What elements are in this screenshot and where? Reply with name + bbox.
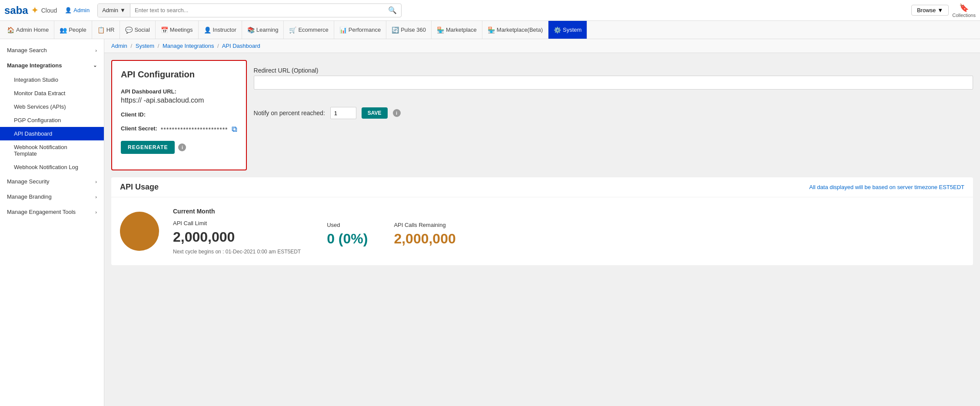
nav-social-label: Social xyxy=(134,27,149,33)
sidebar-item-manage-security[interactable]: Manage Security › xyxy=(0,174,104,189)
main-layout: Manage Search › Manage Integrations ⌄ In… xyxy=(0,39,980,406)
sidebar-item-webhook-log[interactable]: Webhook Notification Log xyxy=(0,160,104,174)
search-button[interactable]: 🔍 xyxy=(384,6,401,14)
manage-search-label: Manage Search xyxy=(7,47,47,53)
search-input[interactable] xyxy=(130,7,384,13)
regenerate-info-icon[interactable]: i xyxy=(178,143,186,151)
nav-admin-home[interactable]: 🏠 Admin Home xyxy=(2,21,54,39)
browse-chevron-icon: ▼ xyxy=(937,7,943,13)
stat-group-used: Used 0 (0%) xyxy=(327,208,368,255)
nav-people-label: People xyxy=(69,27,86,33)
api-call-limit-value: 2,000,000 xyxy=(173,229,301,245)
nav-system-label: System xyxy=(563,27,581,33)
regenerate-row: REGENERATE i xyxy=(121,141,237,154)
notify-percent-input[interactable] xyxy=(330,107,356,119)
manage-integrations-label: Manage Integrations xyxy=(7,62,62,69)
client-secret-row: Client Secret: ************************ … xyxy=(121,125,237,134)
nav-instructor[interactable]: 👤 Instructor xyxy=(199,21,242,39)
nav-marketplace-beta-label: Marketplace(Beta) xyxy=(497,27,543,33)
stat-group-remaining: API Calls Remaining 2,000,000 xyxy=(394,208,455,255)
breadcrumb: Admin / System / Manage Integrations / A… xyxy=(104,39,980,53)
client-id-label: Client ID: xyxy=(121,111,237,118)
used-value: 0 (0%) xyxy=(327,231,368,247)
chevron-right-icon: › xyxy=(95,48,97,53)
sidebar-item-monitor-data-extract[interactable]: Monitor Data Extract xyxy=(0,87,104,100)
search-bar: Admin ▼ 🔍 xyxy=(97,3,402,17)
admin-home-icon: 🏠 xyxy=(7,27,14,33)
sidebar-item-webhook-template[interactable]: Webhook Notification Template xyxy=(0,140,104,160)
nav-marketplace[interactable]: 🏪 Marketplace xyxy=(432,21,482,39)
webhook-notification-log-label: Webhook Notification Log xyxy=(14,164,78,170)
nav-meetings[interactable]: 📅 Meetings xyxy=(156,21,199,39)
sidebar-item-manage-search[interactable]: Manage Search › xyxy=(0,43,104,58)
nav-people[interactable]: 👥 People xyxy=(54,21,92,39)
save-info-icon[interactable]: i xyxy=(393,109,401,117)
social-icon: 💬 xyxy=(125,27,133,33)
next-cycle-label: Next cycle begins on : 01-Dec-2021 0:00 … xyxy=(173,249,301,255)
meetings-icon: 📅 xyxy=(161,27,168,33)
sidebar-item-web-services[interactable]: Web Services (APIs) xyxy=(0,100,104,113)
chevron-right-engagement-icon: › xyxy=(95,210,97,215)
nav-system[interactable]: ⚙️ System xyxy=(548,21,587,39)
sidebar-item-manage-integrations[interactable]: Manage Integrations ⌄ xyxy=(0,58,104,73)
nav-performance-label: Performance xyxy=(349,27,381,33)
nav-ecommerce-label: Ecommerce xyxy=(298,27,328,33)
sidebar: Manage Search › Manage Integrations ⌄ In… xyxy=(0,39,104,406)
redirect-url-input[interactable] xyxy=(254,76,973,90)
collections-label: Collections xyxy=(952,13,976,18)
save-button[interactable]: SAVE xyxy=(362,107,388,119)
api-usage-section: API Usage All data displayed will be bas… xyxy=(111,177,973,265)
nav-marketplace-beta[interactable]: 🏪 Marketplace(Beta) xyxy=(482,21,548,39)
nav-meetings-label: Meetings xyxy=(170,27,193,33)
nav-pulse360[interactable]: 🔄 Pulse 360 xyxy=(386,21,432,39)
nav-performance[interactable]: 📊 Performance xyxy=(334,21,386,39)
sidebar-item-manage-engagement[interactable]: Manage Engagement Tools › xyxy=(0,204,104,220)
search-dropdown[interactable]: Admin ▼ xyxy=(98,4,130,17)
sidebar-item-integration-studio[interactable]: Integration Studio xyxy=(0,73,104,87)
right-panel: Redirect URL (Optional) Notify on percen… xyxy=(254,60,973,119)
sidebar-item-api-dashboard[interactable]: API Dashboard xyxy=(0,127,104,140)
monitor-data-extract-label: Monitor Data Extract xyxy=(14,90,66,97)
breadcrumb-sep1: / xyxy=(130,43,132,49)
sidebar-item-pgp-config[interactable]: PGP Configuration xyxy=(0,113,104,127)
manage-security-label: Manage Security xyxy=(7,178,50,185)
nav-ecommerce[interactable]: 🛒 Ecommerce xyxy=(284,21,334,39)
api-url-value: https:// -api.sabacloud.com xyxy=(121,97,237,104)
remaining-value: 2,000,000 xyxy=(394,231,455,247)
admin-badge[interactable]: 👤 Admin xyxy=(65,7,90,13)
api-dashboard-label: API Dashboard xyxy=(14,130,52,137)
browse-button[interactable]: Browse ▼ xyxy=(911,5,949,16)
breadcrumb-sep3: / xyxy=(217,43,219,49)
sidebar-item-manage-branding[interactable]: Manage Branding › xyxy=(0,189,104,204)
breadcrumb-current: API Dashboard xyxy=(222,43,260,49)
nav-learning[interactable]: 📚 Learning xyxy=(242,21,284,39)
regenerate-button[interactable]: REGENERATE xyxy=(121,141,175,154)
performance-icon: 📊 xyxy=(339,27,347,33)
api-config-card: API Configuration API Dashboard URL: htt… xyxy=(111,60,247,170)
nav-instructor-label: Instructor xyxy=(213,27,236,33)
manage-branding-label: Manage Branding xyxy=(7,193,52,200)
web-services-label: Web Services (APIs) xyxy=(14,103,66,110)
navbar: 🏠 Admin Home 👥 People 📋 HR 💬 Social 📅 Me… xyxy=(0,21,980,39)
api-url-label: API Dashboard URL: xyxy=(121,88,237,95)
collections-button[interactable]: 🔖 Collections xyxy=(952,3,976,18)
copy-secret-button[interactable]: ⧉ xyxy=(232,125,237,134)
breadcrumb-admin[interactable]: Admin xyxy=(111,43,127,49)
redirect-url-label: Redirect URL (Optional) xyxy=(254,67,973,74)
chevron-down-icon: ▼ xyxy=(120,7,126,13)
admin-label: Admin xyxy=(73,7,90,13)
breadcrumb-manage-integrations[interactable]: Manage Integrations xyxy=(163,43,214,49)
instructor-icon: 👤 xyxy=(204,27,211,33)
logo-star-icon: ✦ xyxy=(31,5,39,16)
notify-percent-label: Notify on percent reached: xyxy=(254,110,325,116)
current-month-label: Current Month xyxy=(173,208,301,215)
nav-learning-label: Learning xyxy=(256,27,279,33)
marketplace-beta-icon: 🏪 xyxy=(488,27,495,33)
manage-engagement-label: Manage Engagement Tools xyxy=(7,209,76,215)
admin-person-icon: 👤 xyxy=(65,7,72,13)
nav-hr[interactable]: 📋 HR xyxy=(92,21,120,39)
api-config-title: API Configuration xyxy=(121,70,237,80)
hr-icon: 📋 xyxy=(97,27,105,33)
breadcrumb-system[interactable]: System xyxy=(136,43,154,49)
nav-social[interactable]: 💬 Social xyxy=(120,21,155,39)
